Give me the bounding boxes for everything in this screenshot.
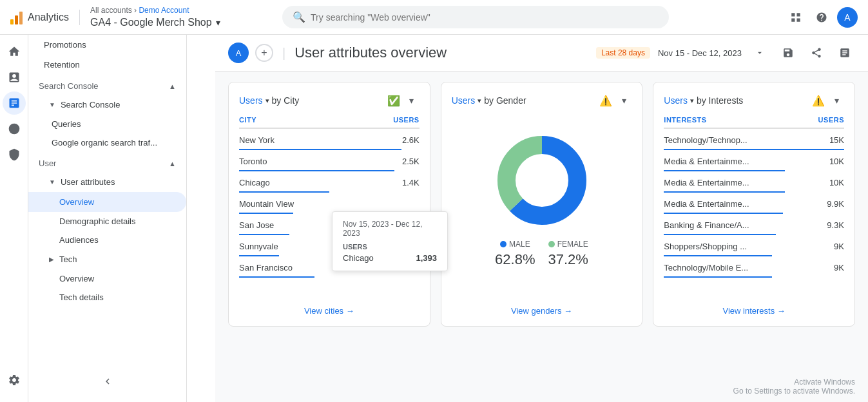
- left-icon-nav: [0, 35, 28, 402]
- donut-chart-container: MALE 62.8% FEMALE 37.2%: [452, 116, 632, 294]
- interests-card-more-button[interactable]: ▾: [829, 93, 844, 108]
- search-console-group[interactable]: Search Console ▲: [28, 75, 186, 95]
- page-title: User attributes overview: [294, 44, 447, 61]
- sidebar-promotions-label: Promotions: [44, 40, 86, 50]
- interests-table-header: INTERESTS USERS: [664, 116, 844, 129]
- nav-advertising-icon[interactable]: [3, 117, 26, 140]
- header-icons: A: [786, 7, 858, 28]
- nav-home-icon[interactable]: [3, 40, 26, 63]
- donut-chart: [490, 129, 593, 232]
- property-selector[interactable]: GA4 - Google Merch Shop ▾: [90, 17, 220, 28]
- male-dot: [500, 241, 506, 247]
- search-bar[interactable]: 🔍: [282, 6, 669, 28]
- interests-card-controls: ⚠️ ▾: [812, 93, 844, 108]
- city-card-title: Users ▾ by City: [239, 95, 299, 106]
- svg-rect-1: [796, 13, 800, 16]
- user-circle: A: [228, 43, 249, 63]
- sidebar-item-overview[interactable]: Overview: [28, 192, 186, 212]
- sidebar-item-tech-details[interactable]: Tech details: [28, 288, 186, 307]
- sidebar-item-user-attributes[interactable]: ▼ User attributes: [28, 172, 186, 192]
- female-dot: [548, 241, 555, 247]
- city-card-header: Users ▾ by City ✅ ▾: [239, 93, 420, 108]
- search-input[interactable]: [311, 12, 659, 23]
- city-card-more-button[interactable]: ▾: [404, 93, 420, 108]
- user-group[interactable]: User ▲: [28, 152, 186, 172]
- app-name: Analytics: [28, 12, 69, 23]
- table-row: Media & Entertainme... 9.9K: [664, 195, 844, 213]
- table-row: Toronto 2.5K: [239, 153, 420, 170]
- page-header-left: A + | User attributes overview: [228, 43, 447, 63]
- view-genders-link[interactable]: View genders →: [511, 306, 572, 316]
- save-icon-button[interactable]: [778, 43, 798, 63]
- nav-reports-icon[interactable]: [3, 66, 26, 89]
- sidebar-item-organic-search[interactable]: Google organic search traf...: [28, 133, 186, 152]
- interests-card: Users ▾ by Interests ⚠️ ▾ INTERESTS USER…: [653, 82, 855, 327]
- sidebar-item-audiences[interactable]: Audiences: [28, 231, 186, 249]
- view-interests-link[interactable]: View interests →: [723, 306, 786, 316]
- search-icon: 🔍: [293, 11, 305, 23]
- user-avatar[interactable]: A: [837, 7, 858, 28]
- city-card-controls: ✅ ▾: [387, 93, 420, 108]
- tooltip-value: 1,393: [416, 253, 437, 263]
- settings-icon[interactable]: [3, 368, 26, 392]
- top-bar: Analytics All accounts › Demo Account GA…: [0, 0, 868, 35]
- chevron-small-icon-interests: ▾: [690, 97, 694, 105]
- table-row: Mountain View: [239, 195, 420, 213]
- table-row: Banking & Finance/A... 9.3K: [664, 216, 844, 234]
- table-row: Shoppers/Shopping ... 9K: [664, 238, 844, 255]
- expand-dot: ▼: [49, 101, 55, 108]
- city-table-header: CITY USERS: [239, 116, 420, 129]
- sidebar-item-search-console[interactable]: ▼ Search Console: [28, 95, 186, 115]
- date-range-dropdown[interactable]: [749, 43, 770, 63]
- table-row: Technology/Technop... 15K: [664, 131, 844, 149]
- sidebar-item-tech-overview[interactable]: Overview: [28, 269, 186, 288]
- gender-card-more-button[interactable]: ▾: [616, 93, 632, 108]
- interests-card-footer: View interests →: [653, 306, 854, 316]
- sidebar-item-demographic[interactable]: Demographic details: [28, 212, 186, 231]
- breadcrumb: All accounts › Demo Account: [90, 6, 220, 15]
- gender-card-footer: View genders →: [441, 306, 642, 316]
- svg-rect-0: [791, 13, 795, 16]
- tooltip-date: Nov 15, 2023 - Dec 12, 2023: [343, 220, 437, 238]
- interests-card-header: Users ▾ by Interests ⚠️ ▾: [664, 93, 844, 108]
- donut-legend: MALE 62.8% FEMALE 37.2%: [495, 240, 588, 268]
- svg-point-4: [8, 124, 19, 135]
- add-comparison-button[interactable]: +: [255, 44, 273, 62]
- tooltip-metric: USERS: [343, 243, 437, 251]
- chevron-small-icon-gender: ▾: [477, 97, 481, 105]
- svg-rect-2: [791, 18, 795, 21]
- settings-icon-area: [0, 368, 28, 392]
- sidebar-item-queries[interactable]: Queries: [28, 115, 186, 133]
- gender-card-title: Users ▾ by Gender: [452, 95, 526, 106]
- help-icon-button[interactable]: [811, 7, 832, 28]
- tooltip-city: Chicago: [343, 253, 374, 263]
- grid-icon-button[interactable]: [786, 7, 806, 28]
- table-row: Media & Entertainme... 10K: [664, 174, 844, 191]
- male-legend: MALE 62.8%: [495, 240, 535, 268]
- chicago-tooltip: Nov 15, 2023 - Dec 12, 2023 USERS Chicag…: [332, 211, 448, 271]
- share-icon-button[interactable]: [806, 43, 827, 63]
- table-row: Chicago 1.4K: [239, 174, 420, 191]
- tooltip-row: Chicago 1,393: [343, 253, 437, 263]
- sidebar-item-tech[interactable]: ▶ Tech: [28, 249, 186, 269]
- sidebar-item-retention[interactable]: Retention: [28, 55, 186, 75]
- gender-card: Users ▾ by Gender ⚠️ ▾: [441, 82, 643, 327]
- check-circle-icon: ✅: [387, 95, 400, 107]
- table-row: Media & Entertainme... 10K: [664, 153, 844, 170]
- city-card: Users ▾ by City ✅ ▾ CITY USERS New York …: [228, 82, 430, 327]
- warning-icon-interests: ⚠️: [812, 95, 825, 107]
- nav-explore-icon[interactable]: [3, 91, 26, 115]
- sidebar-item-promotions[interactable]: Promotions: [28, 35, 186, 55]
- analytics-logo: [10, 10, 23, 24]
- insights-icon-button[interactable]: [834, 43, 855, 63]
- page-header-right: Last 28 days Nov 15 - Dec 12, 2023: [596, 43, 855, 63]
- collapse-sidebar-button[interactable]: [97, 371, 118, 392]
- view-cities-link[interactable]: View cities →: [304, 306, 354, 316]
- chevron-up-icon-user: ▲: [169, 160, 176, 168]
- gender-card-header: Users ▾ by Gender ⚠️ ▾: [452, 93, 632, 108]
- content-area: A + | User attributes overview Last 28 d…: [215, 35, 868, 402]
- chevron-down-icon: ▾: [216, 17, 220, 28]
- date-badge: Last 28 days: [596, 47, 650, 59]
- date-range: Nov 15 - Dec 12, 2023: [658, 48, 742, 58]
- nav-configure-icon[interactable]: [3, 143, 26, 166]
